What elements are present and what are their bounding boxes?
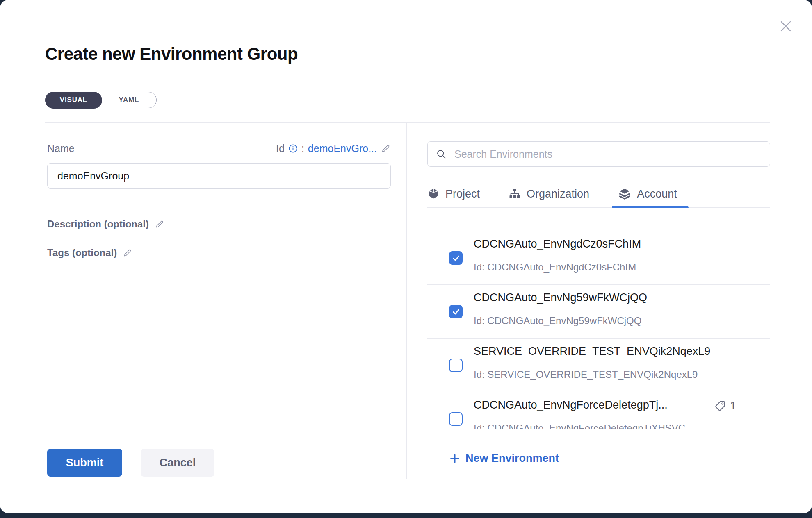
environment-checkbox[interactable]: [449, 412, 463, 426]
info-icon[interactable]: [288, 144, 298, 153]
tab-project-label: Project: [445, 188, 480, 200]
tab-account-label: Account: [637, 188, 677, 200]
tags-label: Tags (optional): [47, 247, 117, 259]
name-input[interactable]: [47, 163, 391, 189]
environment-id: Id: CDCNGAuto_EnvNg59wFkWCjQQ: [474, 315, 641, 327]
cube-icon: [427, 188, 440, 200]
close-icon[interactable]: [778, 18, 794, 34]
tags-row: Tags (optional): [47, 247, 132, 259]
edit-tags-pencil-icon[interactable]: [123, 248, 132, 258]
id-group: Id : demoEnvGro...: [276, 143, 391, 154]
description-row: Description (optional): [47, 218, 164, 230]
name-label: Name: [47, 143, 75, 154]
edit-description-pencil-icon[interactable]: [155, 219, 164, 229]
search-icon: [436, 149, 447, 160]
tag-icon: [714, 400, 727, 412]
new-environment-label: New Environment: [465, 452, 559, 465]
tab-yaml[interactable]: YAML: [102, 92, 156, 108]
tab-visual[interactable]: VISUAL: [45, 92, 103, 109]
environment-search-box: [427, 141, 770, 167]
pane-divider: [406, 123, 407, 479]
header-divider: [45, 122, 770, 123]
edit-id-pencil-icon[interactable]: [381, 143, 391, 154]
environment-name: CDCNGAuto_EnvNgdCz0sFChIM: [474, 238, 641, 250]
environment-id: Id: CDCNGAuto_EnvNgForceDeletegpTjXHSVC: [474, 423, 685, 429]
environment-row[interactable]: CDCNGAuto_EnvNgForceDeletegpTj... 1 Id: …: [427, 392, 770, 429]
name-id-row: Name Id : demoEnvGro...: [47, 143, 391, 154]
tab-account[interactable]: Account: [618, 180, 677, 207]
submit-button[interactable]: Submit: [47, 449, 122, 477]
layers-icon: [618, 187, 631, 200]
visual-yaml-toggle: VISUAL YAML: [45, 92, 157, 108]
environment-list: CDCNGAuto_EnvNgdCz0sFChIM Id: CDCNGAuto_…: [427, 208, 770, 429]
search-input[interactable]: [454, 148, 762, 161]
description-label: Description (optional): [47, 218, 149, 230]
page-title: Create new Environment Group: [45, 44, 298, 64]
tab-project[interactable]: Project: [427, 180, 480, 207]
environment-checkbox[interactable]: [449, 251, 463, 265]
create-env-group-dialog: Create new Environment Group VISUAL YAML…: [0, 0, 812, 513]
environment-id: Id: CDCNGAuto_EnvNgdCz0sFChIM: [474, 261, 636, 273]
tag-count: 1: [730, 400, 736, 412]
id-value-link[interactable]: demoEnvGro...: [308, 143, 377, 154]
tab-organization-label: Organization: [527, 188, 589, 200]
environment-row[interactable]: CDCNGAuto_EnvNg59wFkWCjQQ Id: CDCNGAuto_…: [427, 285, 770, 339]
tag-count-badge: 1: [714, 400, 736, 412]
new-environment-button[interactable]: New Environment: [449, 452, 559, 465]
plus-icon: [449, 453, 461, 464]
id-prefix-label: Id: [276, 143, 285, 154]
scope-tabs: Project Organization Account: [427, 180, 770, 208]
environment-checkbox[interactable]: [449, 359, 463, 372]
environment-checkbox[interactable]: [449, 305, 463, 318]
tab-organization[interactable]: Organization: [509, 180, 589, 207]
environment-row[interactable]: SERVICE_OVERRIDE_TEST_ENVQik2NqexL9 Id: …: [427, 339, 770, 392]
environment-name: CDCNGAuto_EnvNg59wFkWCjQQ: [474, 291, 647, 304]
environment-id: Id: SERVICE_OVERRIDE_TEST_ENVQik2NqexL9: [474, 369, 698, 380]
environment-row[interactable]: CDCNGAuto_EnvNgdCz0sFChIM Id: CDCNGAuto_…: [427, 231, 770, 285]
org-chart-icon: [509, 188, 521, 200]
cancel-button[interactable]: Cancel: [141, 449, 214, 477]
environment-name: CDCNGAuto_EnvNgForceDeletegpTj...: [474, 399, 668, 411]
environment-name: SERVICE_OVERRIDE_TEST_ENVQik2NqexL9: [474, 345, 710, 358]
id-separator: :: [301, 143, 304, 154]
